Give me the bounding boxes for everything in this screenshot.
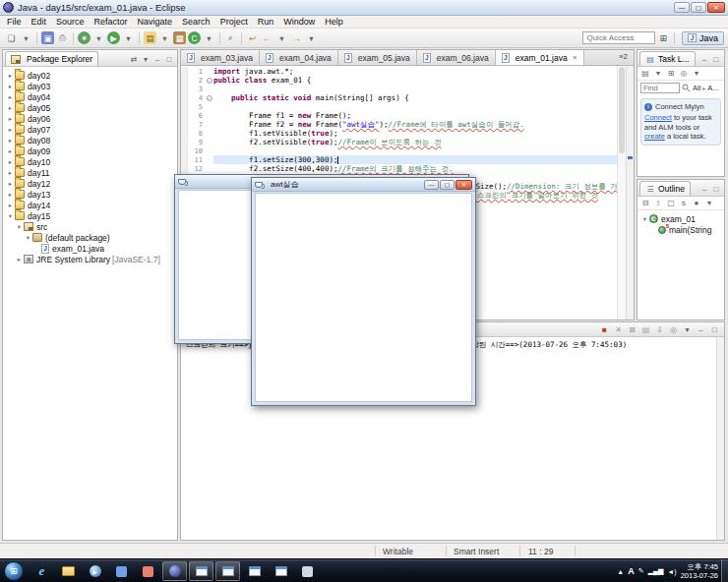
menu-source[interactable]: Source <box>51 17 90 27</box>
new-package-icon[interactable]: ▦ <box>173 31 186 44</box>
fold-collapse-icon[interactable]: – <box>207 95 212 101</box>
collapse-all-icon[interactable]: ⊟ <box>640 199 650 207</box>
tree-item-day04[interactable]: ▸day04 <box>3 91 177 102</box>
new-wizard-icon[interactable]: ❏ <box>5 31 18 44</box>
print-icon[interactable]: ⎙ <box>56 31 69 44</box>
chevron-down-icon[interactable]: ▾ <box>6 212 15 220</box>
new-dropdown-icon[interactable]: ▾ <box>20 31 32 44</box>
focus-icon[interactable]: ◎ <box>679 69 689 78</box>
find-input[interactable] <box>640 83 680 93</box>
categorized-icon[interactable]: ⊞ <box>666 69 676 78</box>
project-dropdown-icon[interactable]: ▾ <box>158 31 171 44</box>
minimize-icon[interactable]: – <box>699 185 709 194</box>
new-java-project-icon[interactable]: ▤ <box>144 31 156 44</box>
maximize-button[interactable]: ▢ <box>440 180 455 190</box>
forward-icon[interactable]: → <box>290 31 303 44</box>
tree-item-day08[interactable]: ▸day08 <box>3 135 177 146</box>
code-line-7[interactable]: 7 Frame f2 = new Frame("awt실습");//Frame에… <box>181 120 634 129</box>
run-icon[interactable]: ▶ <box>107 31 120 44</box>
view-menu-icon[interactable]: ▾ <box>692 69 701 78</box>
chevron-right-icon[interactable]: ▸ <box>6 191 15 199</box>
minimize-button[interactable]: — <box>674 2 690 13</box>
debug-icon[interactable]: ✶ <box>78 31 91 44</box>
awt-frame-f2[interactable]: awt실습 — ▢ ✕ <box>251 177 476 406</box>
new-task-dropdown-icon[interactable]: ▾ <box>653 69 663 78</box>
tree-item-exam_01[interactable]: ▾Cexam_01 <box>637 213 724 224</box>
open-console-dropdown-icon[interactable]: ▾ <box>682 325 693 334</box>
maximize-icon[interactable]: □ <box>164 55 174 64</box>
volume-icon[interactable]: ◄) <box>667 568 676 575</box>
windows-explorer-button[interactable] <box>56 561 81 581</box>
tree-item-day05[interactable]: ▸day05 <box>3 102 177 113</box>
minimize-button[interactable]: — <box>424 180 439 190</box>
chevron-down-icon[interactable]: ▾ <box>640 215 649 223</box>
back-dropdown-icon[interactable]: ▾ <box>275 31 288 44</box>
clear-console-icon[interactable]: ▤ <box>640 325 651 334</box>
java-frame-button-3[interactable] <box>242 561 267 581</box>
quick-access-input[interactable] <box>582 31 655 44</box>
internet-explorer-button[interactable]: e <box>30 561 54 581</box>
code-line-5[interactable]: 5 <box>181 102 634 111</box>
menu-refactor[interactable]: Refactor <box>90 17 133 27</box>
view-menu-icon[interactable]: ▾ <box>704 199 714 207</box>
chevron-down-icon[interactable]: ▾ <box>15 223 24 231</box>
view-menu-icon[interactable]: ▾ <box>141 55 151 64</box>
editor-tab-exam_06.java[interactable]: Jexam_06.java <box>417 50 496 65</box>
editor-tab-exam_01.java[interactable]: Jexam_01.java✕ <box>496 50 584 65</box>
tree-item-day07[interactable]: ▸day07 <box>3 124 177 135</box>
pin-console-icon[interactable]: ◎ <box>668 325 679 334</box>
menu-navigate[interactable]: Navigate <box>133 17 178 27</box>
code-line-9[interactable]: 9 f2.setVisible(true);//Frame이 보이도록 하는 것 <box>181 138 634 146</box>
hide-fields-icon[interactable]: ▢ <box>666 199 676 207</box>
show-hidden-icons-icon[interactable]: ▲ <box>617 568 624 575</box>
back-icon[interactable]: ← <box>261 31 273 44</box>
outline-tab[interactable]: ☰ Outline <box>639 181 691 196</box>
code-line-12[interactable]: 12 f2.setSize(400,400);//Frame의 크기를 정해주는… <box>181 164 634 173</box>
chevron-right-icon[interactable]: ▸ <box>6 180 15 188</box>
maximize-button[interactable]: ▢ <box>691 2 706 13</box>
java-frame-button-4[interactable] <box>269 561 293 581</box>
awt-f2-titlebar[interactable]: awt실습 — ▢ ✕ <box>252 178 475 192</box>
chevron-right-icon[interactable]: ▸ <box>6 72 15 80</box>
menu-file[interactable]: File <box>2 17 27 27</box>
outline-tree[interactable]: ▾Cexam_01main(String <box>637 210 724 235</box>
menu-run[interactable]: Run <box>253 17 279 27</box>
remove-launch-icon[interactable]: ✕ <box>613 325 624 334</box>
scope-all[interactable]: All <box>693 84 700 92</box>
close-button[interactable]: ✕ <box>707 2 725 13</box>
code-line-4[interactable]: 4– public static void main(String[] args… <box>181 93 634 102</box>
notepad-button[interactable] <box>295 561 320 581</box>
start-button[interactable]: ⊞ <box>4 561 24 581</box>
chevron-right-icon[interactable]: ▸ <box>6 93 15 101</box>
new-class-icon[interactable]: C <box>188 31 201 44</box>
media-player-button[interactable]: ▶ <box>83 561 107 581</box>
chevron-right-icon[interactable]: ▸ <box>6 104 15 112</box>
tab-overflow-indicator[interactable]: »2 <box>619 50 634 65</box>
package-explorer-tree[interactable]: ▸day02▸day03▸day04▸day05▸day06▸day07▸day… <box>3 67 177 264</box>
chevron-right-icon[interactable]: ▸ <box>6 202 15 209</box>
ime-pen-icon[interactable]: ✎ <box>638 567 644 575</box>
code-line-10[interactable]: 10 <box>181 146 634 155</box>
chevron-down-icon[interactable]: ▾ <box>24 234 32 242</box>
editor-tab-exam_03.java[interactable]: Jexam_03.java <box>181 50 260 65</box>
tree-item-day14[interactable]: ▸day14 <box>3 200 177 210</box>
chevron-right-icon[interactable]: ▸ <box>6 169 15 177</box>
link-with-editor-icon[interactable]: ⇄ <box>129 55 139 64</box>
menu-search[interactable]: Search <box>177 17 215 27</box>
chevron-right-icon[interactable]: ▸ <box>6 137 15 145</box>
menu-window[interactable]: Window <box>278 17 320 27</box>
mylyn-link[interactable]: create <box>644 132 665 141</box>
scroll-lock-icon[interactable]: ⇩ <box>654 325 665 334</box>
app-red-button[interactable] <box>136 561 160 581</box>
eclipse-button[interactable] <box>162 561 187 581</box>
code-line-2[interactable]: 2–public class exam_01 { <box>181 76 634 85</box>
chevron-right-icon[interactable]: ▸ <box>6 126 15 134</box>
hide-static-icon[interactable]: s <box>679 199 689 207</box>
close-button[interactable]: ✕ <box>455 180 472 190</box>
minimize-icon[interactable]: – <box>152 55 162 64</box>
search-icon[interactable]: ⌕ <box>224 31 237 44</box>
editor-vscrollbar[interactable] <box>617 66 626 320</box>
chevron-right-icon[interactable]: ▸ <box>6 147 15 155</box>
terminate-icon[interactable]: ■ <box>599 325 610 334</box>
tree-item-mainstring[interactable]: main(String <box>637 224 724 235</box>
